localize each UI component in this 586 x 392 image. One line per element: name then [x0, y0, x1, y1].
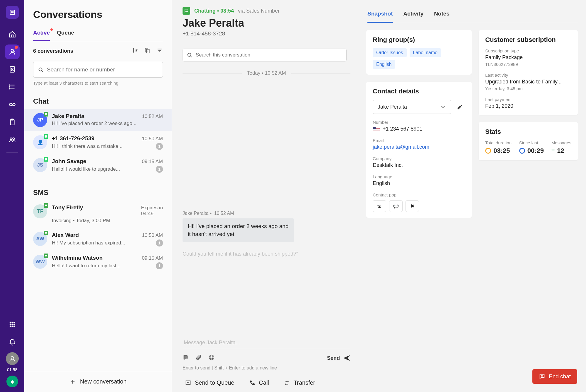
chat-contact-phone: +1 814-458-3728: [183, 30, 350, 37]
message-bubble: Hi! I've placed an order 2 weeks ago and…: [183, 218, 294, 242]
info-column: Snapshot Activity Notes Ring group(s) Or…: [361, 0, 586, 392]
avatar: JS: [33, 158, 47, 172]
nav-voicemail[interactable]: [5, 97, 20, 112]
contact-pop-button[interactable]: td: [373, 200, 386, 212]
conversation-item[interactable]: TFTony FireflyExpires in04:49Invoicing •…: [24, 200, 172, 228]
conversation-item[interactable]: 👤+1 361-726-253910:50 AMHi! I think ther…: [24, 131, 172, 154]
since-last-label: Since last: [519, 140, 544, 145]
svg-point-42: [210, 357, 211, 357]
contact-select[interactable]: Jake Peralta: [373, 100, 451, 114]
sort-button[interactable]: [132, 47, 138, 55]
section-sms-title: SMS: [33, 189, 172, 197]
attach-button[interactable]: [195, 354, 202, 362]
nav-apps[interactable]: [5, 317, 20, 332]
tab-activity[interactable]: Activity: [403, 7, 424, 23]
tab-queue[interactable]: Queue: [57, 27, 74, 41]
call-button[interactable]: Call: [249, 379, 269, 386]
since-icon: [519, 148, 525, 154]
contact-pop-button[interactable]: ✖: [406, 200, 419, 212]
bell-icon: [8, 338, 16, 346]
ring-group-tag[interactable]: Label name: [410, 48, 441, 57]
diamond-icon: ◆: [11, 379, 14, 384]
send-to-queue-button[interactable]: Send to Queue: [185, 379, 234, 386]
tab-active-dot: [50, 28, 53, 31]
total-duration-label: Total duration: [485, 140, 512, 145]
unread-badge: 1: [156, 143, 163, 150]
last-activity-value: Upgraded from Basic to Family...: [485, 79, 571, 85]
chat-date-break: Today • 10:52 AM: [183, 70, 350, 76]
emoji-button[interactable]: [208, 354, 215, 362]
avatar: JP: [33, 113, 47, 127]
conversation-item[interactable]: AWAlex Ward10:50 AMHi! My subscription h…: [24, 228, 172, 251]
contact-details-title: Contact details: [373, 88, 465, 95]
svg-point-22: [13, 322, 14, 323]
ring-group-tag[interactable]: Order Issues: [373, 48, 407, 57]
paperclip-icon: [195, 354, 202, 361]
contact-pop-label: Contact pop: [373, 192, 465, 197]
search-input[interactable]: [47, 66, 159, 73]
svg-point-29: [11, 356, 13, 359]
total-duration-value: 03:25: [485, 147, 512, 155]
conversation-count: 6 conversations: [33, 48, 73, 54]
stats-card: Stats Total duration 03:25 Since last 00…: [479, 122, 578, 160]
layout-button[interactable]: [144, 47, 151, 55]
company-label: Company: [373, 156, 465, 161]
search-conversations[interactable]: [33, 62, 163, 78]
nav-contacts[interactable]: [5, 62, 20, 77]
messages-icon: ≡: [551, 148, 555, 154]
conversation-preview: Hello! I would like to upgrade...: [52, 166, 120, 172]
number-label: Number: [373, 120, 465, 125]
chat-icon: [44, 254, 48, 258]
agent-timer: 01:58: [7, 367, 17, 372]
user-avatar[interactable]: [6, 352, 19, 365]
nav-agent[interactable]: [5, 44, 20, 59]
messages-value: ≡12: [551, 147, 571, 155]
composer-placeholder[interactable]: Message Jack Peralta...: [183, 340, 350, 349]
chat-contact-name: Jake Peralta: [183, 17, 350, 29]
nav-home[interactable]: [5, 27, 20, 42]
agent-status-toggle[interactable]: ◆: [4, 373, 21, 390]
svg-line-40: [190, 56, 192, 57]
contact-pop-button[interactable]: 💬: [389, 200, 403, 212]
filter-button[interactable]: [156, 47, 163, 55]
agent-icon: [8, 48, 16, 56]
conversation-time: Expires in04:49: [141, 205, 163, 217]
send-button[interactable]: Send: [327, 354, 350, 362]
transfer-button[interactable]: Transfer: [284, 379, 315, 386]
tab-notes[interactable]: Notes: [434, 7, 449, 23]
new-conversation-button[interactable]: New conversation: [24, 371, 172, 392]
conversation-preview: Hi! I think there was a mistake...: [52, 143, 122, 149]
conversation-item[interactable]: WWWilhelmina Watson09:15 AMHello! I want…: [24, 251, 172, 273]
conversation-time: 10:52 AM: [142, 114, 163, 119]
nav-team[interactable]: [5, 132, 20, 147]
avatar: WW: [33, 255, 47, 269]
conversation-item[interactable]: JSJohn Savage09:15 AMHello! I would like…: [24, 154, 172, 177]
unread-badge: 1: [156, 262, 163, 269]
chevron-down-icon: [440, 104, 446, 110]
ring-group-tag[interactable]: English: [373, 60, 395, 69]
canned-responses-button[interactable]: [183, 354, 189, 362]
search-conversation[interactable]: [183, 49, 347, 61]
conversation-name: Wilhelmina Watson: [52, 255, 103, 261]
conversation-item[interactable]: JPJake Peralta10:52 AMHi! I've placed an…: [24, 109, 172, 131]
tab-snapshot[interactable]: Snapshot: [367, 7, 393, 23]
search-conversation-input[interactable]: [196, 52, 343, 58]
chat-list: JPJake Peralta10:52 AMHi! I've placed an…: [24, 109, 172, 177]
end-chat-button[interactable]: End chat: [532, 369, 577, 384]
email-value[interactable]: jake.peralta@gmail.com: [373, 144, 465, 150]
language-label: Language: [373, 174, 465, 179]
conversation-tabs: Active Queue: [33, 27, 163, 41]
conversation-name: Jake Peralta: [52, 113, 84, 119]
nav-queue[interactable]: [5, 80, 20, 94]
tab-active[interactable]: Active: [33, 27, 50, 41]
nav-notifications[interactable]: [5, 335, 20, 349]
stats-title: Stats: [485, 128, 571, 136]
edit-contact-button[interactable]: [455, 102, 465, 112]
last-activity-label: Last activity: [485, 73, 571, 78]
message-meta: Jake Peralta • 10:52 AM: [183, 211, 350, 216]
contacts-icon: [8, 66, 16, 73]
voicemail-icon: [8, 101, 16, 108]
nav-tasks[interactable]: [5, 115, 20, 129]
app-logo[interactable]: [6, 6, 19, 19]
send-to-queue-label: Send to Queue: [195, 379, 234, 386]
